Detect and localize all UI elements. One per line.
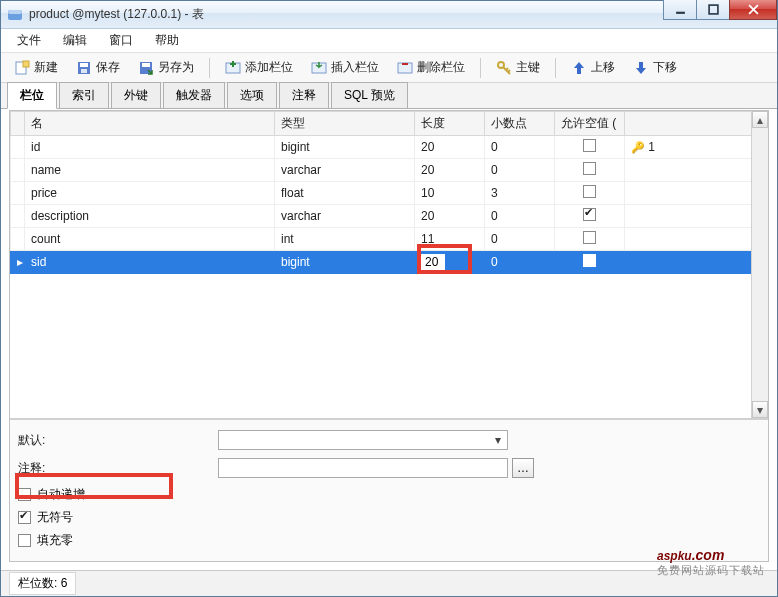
- cell-extra: 🔑 1: [625, 136, 768, 159]
- cell-length[interactable]: 20: [415, 136, 485, 159]
- separator: [209, 58, 210, 78]
- nullable-checkbox[interactable]: [583, 162, 596, 175]
- cell-length[interactable]: 10: [415, 182, 485, 205]
- tab-fields[interactable]: 栏位: [7, 82, 57, 109]
- col-decimals[interactable]: 小数点: [485, 112, 555, 136]
- default-label: 默认:: [18, 432, 218, 449]
- dropdown-icon[interactable]: ▾: [490, 432, 506, 448]
- grid-header-row: 名 类型 长度 小数点 允许空值 (: [11, 112, 768, 136]
- new-button[interactable]: 新建: [7, 55, 65, 80]
- primarykey-button[interactable]: 主键: [489, 55, 547, 80]
- toolbar: 新建 保存 另存为 添加栏位 插入栏位 删除栏位 主键 上移 下移: [1, 53, 777, 83]
- comment-more-button[interactable]: …: [512, 458, 534, 478]
- cell-nullable[interactable]: [555, 205, 625, 228]
- cell-name[interactable]: description: [25, 205, 275, 228]
- cell-type[interactable]: varchar: [275, 205, 415, 228]
- table-row[interactable]: descriptionvarchar200: [11, 205, 768, 228]
- menu-window[interactable]: 窗口: [99, 29, 143, 52]
- field-properties-panel: 默认: ▾ 注释: … 自动递增 无符号 填充零: [10, 418, 768, 561]
- scroll-down-button[interactable]: ▾: [752, 401, 768, 418]
- statusbar: 栏位数: 6: [1, 570, 777, 596]
- minimize-button[interactable]: [663, 0, 697, 20]
- cell-type[interactable]: bigint: [275, 251, 415, 274]
- cell-name[interactable]: id: [25, 136, 275, 159]
- table-row[interactable]: ▸sidbigint200: [11, 251, 768, 274]
- nullable-checkbox[interactable]: [583, 231, 596, 244]
- svg-rect-1: [8, 10, 22, 14]
- key-icon: [496, 60, 512, 76]
- comment-label: 注释:: [18, 460, 218, 477]
- tab-options[interactable]: 选项: [227, 82, 277, 108]
- cell-length[interactable]: 11: [415, 228, 485, 251]
- addfield-button[interactable]: 添加栏位: [218, 55, 300, 80]
- menu-file[interactable]: 文件: [7, 29, 51, 52]
- cell-length[interactable]: 20: [415, 159, 485, 182]
- cell-type[interactable]: bigint: [275, 136, 415, 159]
- cell-decimals[interactable]: 0: [485, 136, 555, 159]
- cell-nullable[interactable]: [555, 251, 625, 274]
- delfield-icon: [397, 60, 413, 76]
- cell-type[interactable]: varchar: [275, 159, 415, 182]
- delfield-button[interactable]: 删除栏位: [390, 55, 472, 80]
- cell-extra: [625, 205, 768, 228]
- cell-nullable[interactable]: [555, 228, 625, 251]
- movedown-button[interactable]: 下移: [626, 55, 684, 80]
- cell-length[interactable]: 20: [415, 251, 485, 274]
- nullable-checkbox[interactable]: [583, 208, 596, 221]
- tab-foreignkeys[interactable]: 外键: [111, 82, 161, 108]
- zerofill-checkbox[interactable]: [18, 534, 31, 547]
- nullable-checkbox[interactable]: [583, 185, 596, 198]
- tab-indexes[interactable]: 索引: [59, 82, 109, 108]
- cell-extra: [625, 159, 768, 182]
- col-length[interactable]: 长度: [415, 112, 485, 136]
- scroll-up-button[interactable]: ▴: [752, 111, 768, 128]
- col-type[interactable]: 类型: [275, 112, 415, 136]
- maximize-button[interactable]: [696, 0, 730, 20]
- autoinc-label: 自动递增: [37, 486, 85, 503]
- menu-edit[interactable]: 编辑: [53, 29, 97, 52]
- cell-decimals[interactable]: 0: [485, 205, 555, 228]
- arrow-down-icon: [633, 60, 649, 76]
- cell-name[interactable]: price: [25, 182, 275, 205]
- nullable-checkbox[interactable]: [583, 139, 596, 152]
- new-icon: [14, 60, 30, 76]
- insertfield-button[interactable]: 插入栏位: [304, 55, 386, 80]
- vertical-scrollbar[interactable]: ▴ ▾: [751, 111, 768, 418]
- cell-length[interactable]: 20: [415, 205, 485, 228]
- cell-type[interactable]: int: [275, 228, 415, 251]
- cell-type[interactable]: float: [275, 182, 415, 205]
- comment-input[interactable]: [218, 458, 508, 478]
- cell-decimals[interactable]: 0: [485, 159, 555, 182]
- svg-rect-2: [676, 12, 685, 14]
- table-row[interactable]: namevarchar200: [11, 159, 768, 182]
- scroll-track[interactable]: [752, 128, 768, 401]
- cell-nullable[interactable]: [555, 159, 625, 182]
- cell-nullable[interactable]: [555, 182, 625, 205]
- cell-nullable[interactable]: [555, 136, 625, 159]
- close-button[interactable]: [729, 0, 777, 20]
- menu-help[interactable]: 帮助: [145, 29, 189, 52]
- unsigned-checkbox[interactable]: [18, 511, 31, 524]
- cell-decimals[interactable]: 0: [485, 228, 555, 251]
- saveas-button[interactable]: 另存为: [131, 55, 201, 80]
- cell-name[interactable]: name: [25, 159, 275, 182]
- app-icon: [7, 7, 23, 23]
- col-name[interactable]: 名: [25, 112, 275, 136]
- table-row[interactable]: idbigint200🔑 1: [11, 136, 768, 159]
- autoinc-checkbox[interactable]: [18, 488, 31, 501]
- tab-sqlpreview[interactable]: SQL 预览: [331, 82, 408, 108]
- moveup-button[interactable]: 上移: [564, 55, 622, 80]
- fields-grid[interactable]: 名 类型 长度 小数点 允许空值 ( idbigint200🔑 1namevar…: [10, 111, 768, 274]
- col-nullable[interactable]: 允许空值 (: [555, 112, 625, 136]
- tab-triggers[interactable]: 触发器: [163, 82, 225, 108]
- cell-decimals[interactable]: 0: [485, 251, 555, 274]
- tab-comment[interactable]: 注释: [279, 82, 329, 108]
- cell-decimals[interactable]: 3: [485, 182, 555, 205]
- cell-name[interactable]: sid: [25, 251, 275, 274]
- save-button[interactable]: 保存: [69, 55, 127, 80]
- cell-name[interactable]: count: [25, 228, 275, 251]
- table-row[interactable]: countint110: [11, 228, 768, 251]
- default-input[interactable]: [218, 430, 508, 450]
- table-row[interactable]: pricefloat103: [11, 182, 768, 205]
- nullable-checkbox[interactable]: [583, 254, 596, 267]
